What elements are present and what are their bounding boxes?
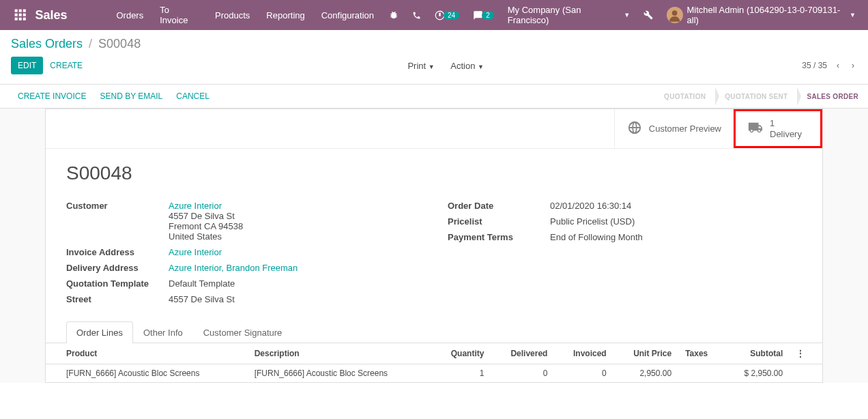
svg-rect-5 [23, 14, 26, 16]
svg-rect-7 [19, 18, 22, 20]
customer-preview-button[interactable]: Customer Preview [614, 109, 734, 148]
stage-quotation-sent[interactable]: QUOTATION SENT [715, 86, 797, 107]
cell-description: [FURN_6666] Acoustic Bloc Screens [248, 364, 433, 383]
th-delivered[interactable]: Delivered [491, 343, 554, 364]
company-name: My Company (San Francisco) [508, 5, 622, 25]
breadcrumb: Sales Orders / S00048 [0, 30, 868, 51]
apps-icon[interactable] [14, 8, 27, 22]
th-taxes[interactable]: Taxes [678, 343, 724, 364]
th-product[interactable]: Product [46, 343, 248, 364]
th-options[interactable]: ⋮ [790, 343, 822, 364]
invoice-address-link[interactable]: Azure Interior [169, 247, 222, 257]
pricelist-label: Pricelist [448, 216, 550, 227]
svg-rect-0 [15, 10, 18, 12]
nav-to-invoice[interactable]: To Invoice [151, 0, 207, 33]
table-row[interactable]: [FURN_6666] Acoustic Bloc Screens [FURN_… [46, 364, 822, 383]
pager-next[interactable]: › [849, 59, 857, 72]
pricelist-value: Public Pricelist (USD) [550, 216, 802, 227]
avatar [667, 7, 682, 23]
tab-other-info[interactable]: Other Info [133, 321, 193, 343]
debug-icon[interactable] [382, 0, 405, 30]
company-switcher[interactable]: My Company (San Francisco) ▼ [501, 0, 637, 30]
chevron-down-icon: ▼ [429, 63, 435, 70]
customer-addr3: United States [169, 231, 420, 242]
nav-orders[interactable]: Orders [108, 2, 151, 29]
send-email-button[interactable]: SEND BY EMAIL [93, 85, 169, 108]
order-date-label: Order Date [448, 201, 550, 211]
pager-text: 35 / 35 [802, 61, 827, 70]
globe-icon [627, 120, 642, 137]
record-title: S00048 [46, 149, 822, 191]
delivery-label: Delivery [770, 129, 802, 139]
form-col-right: Order Date 02/01/2020 16:30:14 Pricelist… [448, 198, 802, 307]
delivery-address-link[interactable]: Azure Interior, Brandon Freeman [169, 263, 298, 273]
pager-prev[interactable]: ‹ [834, 59, 842, 72]
th-invoiced[interactable]: Invoiced [554, 343, 613, 364]
tab-bar: Order Lines Other Info Customer Signatur… [46, 321, 822, 343]
svg-rect-6 [15, 18, 18, 20]
th-subtotal[interactable]: Subtotal [724, 343, 790, 364]
timer-icon[interactable]: 24 [428, 0, 466, 30]
chevron-down-icon: ▼ [624, 12, 630, 18]
tab-order-lines[interactable]: Order Lines [66, 321, 133, 343]
chevron-down-icon: ▼ [478, 63, 484, 70]
pager: 35 / 35 ‹ › [802, 59, 857, 72]
stage-sales-order[interactable]: SALES ORDER [797, 86, 868, 107]
customer-addr1: 4557 De Silva St [169, 211, 420, 221]
app-brand[interactable]: Sales [35, 8, 67, 23]
th-quantity[interactable]: Quantity [432, 343, 491, 364]
customer-link[interactable]: Azure Interior [169, 201, 222, 211]
cell-product: [FURN_6666] Acoustic Bloc Screens [46, 364, 248, 383]
svg-rect-1 [19, 10, 22, 12]
form-sheet: Customer Preview 1 Delivery S00048 Custo… [45, 109, 823, 383]
nav-reporting[interactable]: Reporting [258, 2, 313, 29]
chevron-down-icon: ▼ [850, 12, 856, 18]
nav-products[interactable]: Products [207, 2, 258, 29]
user-name: Mitchell Admin (1064290-13-0-709131-all) [687, 5, 848, 25]
status-stages: QUOTATION QUOTATION SENT SALES ORDER [654, 86, 868, 107]
th-description[interactable]: Description [248, 343, 433, 364]
invoice-address-label: Invoice Address [66, 247, 169, 257]
payment-terms-label: Payment Terms [448, 232, 550, 242]
order-lines-table: Product Description Quantity Delivered I… [46, 343, 822, 382]
button-box: Customer Preview 1 Delivery [46, 109, 822, 149]
customer-addr2: Fremont CA 94538 [169, 221, 420, 231]
edit-button[interactable]: EDIT [11, 57, 43, 74]
svg-rect-8 [23, 18, 26, 20]
svg-rect-4 [19, 14, 22, 16]
tools-icon[interactable] [637, 0, 660, 30]
delivery-button[interactable]: 1 Delivery [734, 109, 822, 148]
stage-quotation[interactable]: QUOTATION [654, 86, 715, 107]
tab-customer-signature[interactable]: Customer Signature [193, 321, 293, 343]
cell-invoiced: 0 [554, 364, 613, 383]
create-button[interactable]: CREATE [43, 57, 89, 74]
phone-icon[interactable] [405, 0, 428, 30]
customer-label: Customer [66, 201, 169, 211]
breadcrumb-sep: / [89, 37, 92, 50]
svg-rect-2 [23, 10, 26, 12]
chat-badge: 2 [482, 11, 494, 20]
breadcrumb-current: S00048 [98, 37, 141, 50]
timer-badge: 24 [444, 11, 459, 20]
main-navbar: Sales Orders To Invoice Products Reporti… [0, 0, 868, 30]
chat-icon[interactable]: 2 [466, 0, 501, 30]
payment-terms-value: End of Following Month [550, 232, 802, 242]
svg-point-10 [672, 10, 678, 16]
action-dropdown[interactable]: Action ▼ [444, 57, 491, 75]
delivery-count: 1 [770, 118, 775, 128]
order-date-value: 02/01/2020 16:30:14 [550, 201, 802, 211]
create-invoice-button[interactable]: CREATE INVOICE [11, 85, 93, 108]
svg-rect-3 [15, 14, 18, 16]
truck-icon [748, 120, 763, 137]
th-unit-price[interactable]: Unit Price [613, 343, 678, 364]
user-menu[interactable]: Mitchell Admin (1064290-13-0-709131-all)… [660, 0, 863, 30]
nav-configuration[interactable]: Configuration [313, 2, 382, 29]
breadcrumb-parent[interactable]: Sales Orders [11, 37, 83, 50]
street-value: 4557 De Silva St [169, 294, 420, 304]
print-dropdown[interactable]: Print ▼ [401, 57, 441, 75]
cancel-button[interactable]: CANCEL [169, 85, 216, 108]
cell-unit-price: 2,950.00 [613, 364, 678, 383]
cell-taxes [678, 364, 724, 383]
quotation-template-label: Quotation Template [66, 278, 169, 289]
cell-delivered: 0 [491, 364, 554, 383]
